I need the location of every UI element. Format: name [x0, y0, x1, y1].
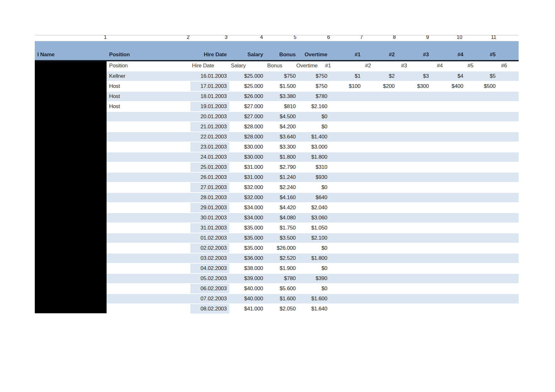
overtime-cell[interactable]: $0 — [298, 264, 330, 273]
extra-cell-5[interactable] — [466, 112, 498, 121]
extra-cell-3[interactable] — [397, 213, 431, 223]
extra-cell-4[interactable] — [431, 112, 466, 121]
extra-cell-2[interactable] — [363, 274, 397, 283]
extra-cell-3[interactable]: $300 — [397, 82, 431, 91]
salary-cell[interactable]: $28.000 — [229, 132, 266, 142]
salary-cell[interactable]: $35.000 — [229, 223, 266, 233]
salary-cell[interactable]: $32.000 — [229, 193, 266, 202]
bonus-cell[interactable]: $780 — [266, 274, 298, 283]
salary-cell[interactable]: $30.000 — [229, 142, 266, 152]
extra-cell-5[interactable] — [466, 304, 498, 314]
extra-cell-4[interactable] — [431, 274, 466, 283]
bonus-cell[interactable]: $1.800 — [266, 152, 298, 162]
extra-cell-3[interactable] — [397, 203, 431, 212]
position-cell[interactable] — [107, 112, 190, 121]
hire-date-cell[interactable]: 06.02.2003 — [190, 284, 229, 293]
header-hash4[interactable]: #4 — [431, 41, 466, 60]
bonus-cell[interactable]: $2.240 — [266, 183, 298, 192]
salary-cell[interactable]: $25.000 — [229, 82, 266, 91]
position-cell[interactable]: Kellner — [107, 71, 190, 81]
bonus-cell[interactable]: $750 — [266, 71, 298, 81]
extra-cell-2[interactable] — [363, 183, 397, 192]
extra-cell-1[interactable] — [330, 203, 363, 212]
overtime-cell[interactable]: $930 — [298, 173, 330, 182]
position-cell[interactable] — [107, 152, 190, 162]
extra-cell-4[interactable] — [431, 284, 466, 293]
repeat-hash1[interactable]: #1 — [325, 63, 331, 69]
extra-cell-4[interactable] — [431, 173, 466, 182]
hire-date-cell[interactable]: 02.02.2003 — [190, 243, 229, 253]
extra-cell-3[interactable] — [397, 304, 431, 314]
position-cell[interactable] — [107, 132, 190, 142]
extra-cell-1[interactable] — [330, 112, 363, 121]
bonus-cell[interactable]: $1.500 — [266, 82, 298, 91]
extra-cell-3[interactable] — [397, 162, 431, 172]
overtime-cell[interactable]: $0 — [298, 183, 330, 192]
extra-cell-3[interactable] — [397, 173, 431, 182]
extra-cell-2[interactable] — [363, 304, 397, 314]
salary-cell[interactable]: $35.000 — [229, 243, 266, 253]
overtime-cell[interactable]: $1.050 — [298, 223, 330, 233]
extra-cell-4[interactable]: $400 — [431, 82, 466, 91]
salary-cell[interactable]: $35.000 — [229, 233, 266, 243]
salary-cell[interactable]: $28.000 — [229, 122, 266, 132]
position-cell[interactable] — [107, 223, 190, 233]
repeat-position[interactable]: Position — [109, 63, 128, 69]
overtime-cell[interactable]: $1.400 — [298, 132, 330, 142]
salary-cell[interactable]: $31.000 — [229, 173, 266, 182]
extra-cell-2[interactable] — [363, 173, 397, 182]
extra-cell-4[interactable] — [431, 213, 466, 223]
extra-cell-5[interactable] — [466, 213, 498, 223]
extra-cell-3[interactable] — [397, 243, 431, 253]
hire-date-cell[interactable]: 28.01.2003 — [190, 193, 229, 202]
repeat-salary[interactable]: Salary — [231, 63, 246, 69]
overtime-cell[interactable]: $1.800 — [298, 152, 330, 162]
salary-cell[interactable]: $30.000 — [229, 152, 266, 162]
extra-cell-2[interactable] — [363, 264, 397, 273]
extra-cell-3[interactable] — [397, 223, 431, 233]
bonus-cell[interactable]: $5.600 — [266, 284, 298, 293]
header-hire-date[interactable]: Hire Date — [190, 41, 229, 60]
salary-cell[interactable]: $40.000 — [229, 294, 266, 303]
extra-cell-2[interactable] — [363, 152, 397, 162]
header-hash5[interactable]: #5 — [466, 41, 498, 60]
extra-cell-1[interactable] — [330, 132, 363, 142]
bonus-cell[interactable]: $4.420 — [266, 203, 298, 212]
overtime-cell[interactable]: $1.800 — [298, 254, 330, 263]
extra-cell-2[interactable] — [363, 233, 397, 243]
extra-cell-2[interactable] — [363, 142, 397, 152]
hire-date-cell[interactable]: 23.01.2003 — [190, 142, 229, 152]
extra-cell-2[interactable] — [363, 254, 397, 263]
extra-cell-5[interactable] — [466, 92, 498, 101]
bonus-cell[interactable]: $4.160 — [266, 193, 298, 202]
position-cell[interactable] — [107, 203, 190, 212]
position-cell[interactable] — [107, 142, 190, 152]
extra-cell-5[interactable] — [466, 193, 498, 202]
extra-cell-5[interactable] — [466, 152, 498, 162]
extra-cell-4[interactable] — [431, 243, 466, 253]
extra-cell-1[interactable] — [330, 233, 363, 243]
extra-cell-1[interactable] — [330, 193, 363, 202]
extra-cell-4[interactable] — [431, 162, 466, 172]
position-cell[interactable]: Host — [107, 82, 190, 91]
extra-cell-4[interactable] — [431, 193, 466, 202]
extra-cell-5[interactable] — [466, 294, 498, 303]
extra-cell-1[interactable] — [330, 223, 363, 233]
salary-cell[interactable]: $34.000 — [229, 203, 266, 212]
bonus-cell[interactable]: $3.640 — [266, 132, 298, 142]
extra-cell-3[interactable] — [397, 284, 431, 293]
hire-date-cell[interactable]: 05.02.2003 — [190, 274, 229, 283]
header-salary[interactable]: Salary — [229, 41, 266, 60]
repeat-hash3[interactable]: #3 — [401, 63, 407, 69]
extra-cell-1[interactable]: $1 — [330, 71, 363, 81]
extra-cell-4[interactable] — [431, 122, 466, 132]
extra-cell-4[interactable] — [431, 102, 466, 111]
extra-cell-1[interactable] — [330, 92, 363, 101]
position-cell[interactable] — [107, 304, 190, 314]
position-cell[interactable] — [107, 274, 190, 283]
extra-cell-5[interactable]: $5 — [466, 71, 498, 81]
hire-date-cell[interactable]: 29.01.2003 — [190, 203, 229, 212]
extra-cell-4[interactable] — [431, 92, 466, 101]
extra-cell-4[interactable] — [431, 264, 466, 273]
repeat-overtime[interactable]: Overtime — [296, 63, 318, 69]
